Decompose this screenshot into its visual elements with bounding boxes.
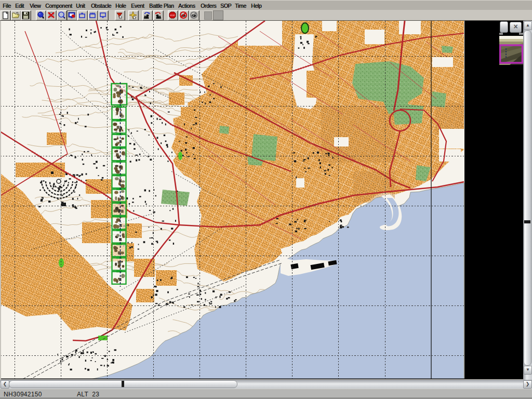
- svg-text:STOP: STOP: [170, 15, 175, 17]
